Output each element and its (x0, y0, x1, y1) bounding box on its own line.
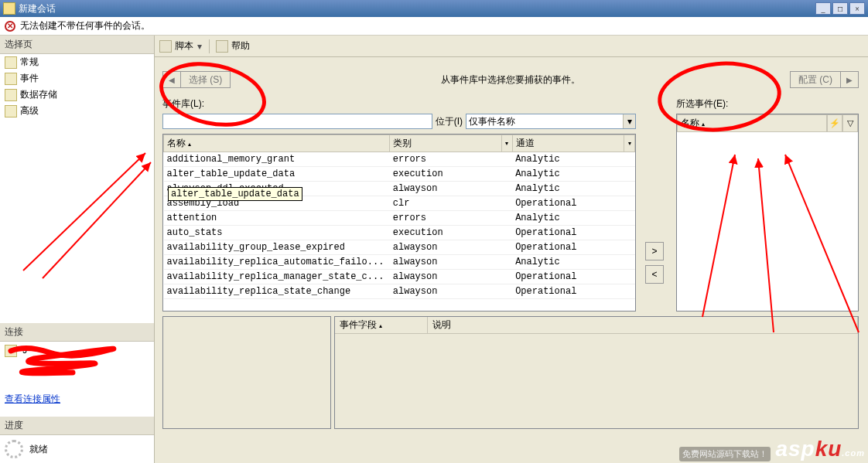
script-dropdown-icon[interactable]: ▾ (196, 41, 203, 52)
error-bar: ✕ 无法创建不带任何事件的会话。 (0, 17, 868, 36)
table-row[interactable]: alter_table_update_dataexecutionAnalytic (164, 167, 635, 182)
selected-events-label: 所选事件(E): (676, 97, 859, 111)
server-icon (5, 345, 17, 357)
col-category[interactable]: 类别 (393, 138, 412, 148)
page-icon (5, 89, 17, 101)
app-icon (3, 2, 15, 15)
script-button[interactable]: 脚本 (175, 39, 193, 53)
at-label: 位于(I) (436, 115, 463, 128)
event-library-grid[interactable]: 名称▴ 类别▾ 通道▾ additional_memory_granterror… (162, 134, 636, 312)
lightning-icon[interactable]: ⚡ (827, 114, 842, 132)
funnel-icon[interactable]: ▽ (842, 114, 858, 132)
sidebar-item-advanced[interactable]: 高级 (0, 103, 154, 119)
maximize-button[interactable]: □ (832, 2, 848, 15)
watermark-logo: 免费网站源码下载站！ aspku.com (679, 437, 865, 461)
event-library-search-input[interactable] (162, 114, 432, 129)
event-library-label: 事件库(L): (162, 97, 636, 111)
chevron-down-icon: ▾ (623, 114, 635, 128)
desc-col-header[interactable]: 说明 (432, 319, 451, 330)
filter-scope-combo[interactable]: 仅事件名称 ▾ (466, 114, 636, 129)
error-text: 无法创建不带任何事件的会话。 (20, 19, 150, 32)
next-page-button[interactable]: ▶ (841, 72, 858, 87)
table-row[interactable]: availability_replica_state_changealwayso… (164, 284, 635, 299)
table-row[interactable]: attentionerrorsAnalytic (164, 211, 635, 226)
table-row[interactable]: additional_memory_granterrorsAnalytic (164, 152, 635, 167)
titlebar: 新建会话 _ □ × (0, 0, 868, 17)
window-title: 新建会话 (19, 2, 56, 15)
toolbar: 脚本 ▾ 帮助 (155, 36, 868, 57)
configure-button[interactable]: 配置 (C) (790, 71, 841, 88)
help-button[interactable]: 帮助 (231, 39, 250, 53)
select-page-header: 选择页 (0, 36, 154, 54)
col-channel[interactable]: 通道 (516, 138, 535, 148)
category-filter-icon[interactable]: ▾ (501, 135, 512, 151)
add-event-button[interactable]: > (645, 242, 664, 260)
sidebar-item-general[interactable]: 常规 (0, 54, 154, 70)
channel-filter-icon[interactable]: ▾ (624, 135, 634, 151)
prev-page-button[interactable]: ◀ (163, 72, 180, 87)
view-connection-props-link[interactable]: 查看连接属性 (0, 391, 65, 407)
table-row[interactable]: availability_replica_automatic_failo...a… (164, 255, 635, 270)
select-button[interactable]: 选择 (S) (181, 71, 231, 88)
sidebar-item-storage[interactable]: 数据存储 (0, 87, 154, 103)
remove-event-button[interactable]: < (645, 265, 664, 284)
selected-events-grid[interactable]: 名称▴ ⚡ ▽ (676, 114, 859, 312)
row-tooltip: alter_table_update_data (168, 187, 302, 201)
event-fields-pane: 事件字段▴ 说明 (334, 316, 859, 429)
script-icon (159, 40, 172, 53)
progress-spinner-icon (5, 440, 23, 458)
minimize-button[interactable]: _ (815, 2, 831, 15)
table-row[interactable]: availability_replica_manager_state_c...a… (164, 270, 635, 284)
table-row[interactable]: auto_statsexecutionOperational (164, 226, 635, 240)
close-button[interactable]: × (849, 2, 865, 15)
page-icon (5, 56, 17, 69)
connection-value: J (22, 345, 27, 356)
page-icon (5, 73, 17, 85)
left-sidebar: 选择页 常规 事件 数据存储 高级 连接 J 查看连接属性 进度 就绪 (0, 36, 155, 463)
field-col-header[interactable]: 事件字段 (340, 319, 377, 330)
progress-header: 进度 (0, 417, 154, 435)
selected-col-name[interactable]: 名称▴ (677, 114, 827, 132)
event-detail-pane (162, 316, 331, 429)
col-name[interactable]: 名称 (167, 138, 186, 148)
sidebar-item-events[interactable]: 事件 (0, 70, 154, 87)
center-instruction: 从事件库中选择您要捕获的事件。 (231, 73, 790, 87)
progress-status: 就绪 (29, 443, 48, 456)
help-icon (216, 40, 228, 53)
connection-header: 连接 (0, 323, 154, 342)
error-icon: ✕ (5, 21, 15, 32)
table-row[interactable]: availability_group_lease_expiredalwayson… (164, 240, 635, 255)
page-icon (5, 105, 17, 117)
